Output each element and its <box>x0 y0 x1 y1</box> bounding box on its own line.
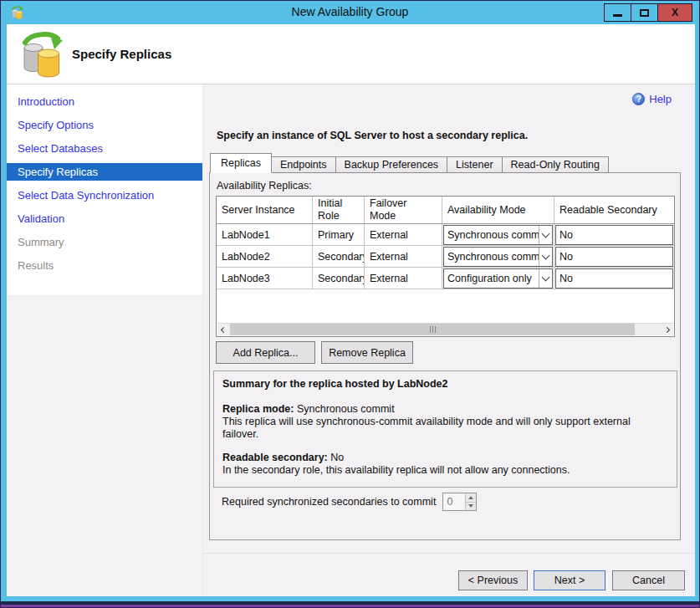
gripper-icon <box>429 326 437 333</box>
help-label: Help <box>649 93 672 105</box>
chevron-down-icon[interactable] <box>539 269 552 288</box>
scroll-right-button[interactable] <box>661 324 673 335</box>
grid-header-row: Server Instance Initial Role Failover Mo… <box>217 197 674 224</box>
cell-server-instance: LabNode3 <box>217 268 313 289</box>
wizard-steps-sidebar: Introduction Specify Options Select Data… <box>7 84 202 596</box>
replicas-tab-panel: Availability Replicas: Server Instance I… <box>209 172 681 540</box>
readable-secondary-select[interactable]: No <box>555 268 673 289</box>
spinner-value-input[interactable]: 0 <box>443 493 465 510</box>
instruction-text: Specify an instance of SQL Server to hos… <box>217 130 528 141</box>
wizard-header: Specify Replicas <box>7 24 695 84</box>
cancel-button[interactable]: Cancel <box>612 570 685 590</box>
cell-server-instance: LabNode2 <box>217 246 313 267</box>
sidebar-item-validation[interactable]: Validation <box>7 210 202 227</box>
page-title: Specify Replicas <box>72 47 171 61</box>
tabstrip: Replicas Endpoints Backup Preferences Li… <box>211 155 609 173</box>
cell-failover-mode: External <box>365 268 442 289</box>
titlebar: New Availability Group X <box>1 1 699 24</box>
cell-failover-mode: External <box>365 224 442 245</box>
new-availability-group-window: New Availability Group X Specify Replica… <box>0 0 700 608</box>
sidebar-item-introduction[interactable]: Introduction <box>7 93 202 110</box>
wizard-content: ? Help Specify an instance of SQL Server… <box>202 84 695 596</box>
column-header-server-instance: Server Instance <box>217 197 313 223</box>
readable-secondary-select[interactable]: No <box>555 225 673 245</box>
column-header-readable-secondary: Readable Secondary <box>554 197 674 223</box>
scrollbar-thumb[interactable] <box>230 324 635 335</box>
replicas-grid: Server Instance Initial Role Failover Mo… <box>216 196 675 337</box>
sidebar-item-select-databases[interactable]: Select Databases <box>7 140 202 157</box>
remove-replica-button[interactable]: Remove Replica <box>321 341 413 364</box>
wizard-steps-list: Introduction Specify Options Select Data… <box>7 84 202 295</box>
spinner-arrows <box>465 493 476 510</box>
spinner-up-icon <box>468 496 473 499</box>
cell-availability-mode: Synchronous commit <box>442 224 554 245</box>
tab-replicas[interactable]: Replicas <box>210 153 272 173</box>
tab-endpoints[interactable]: Endpoints <box>271 156 336 173</box>
commit-secondaries-row: Required synchronized secondaries to com… <box>222 493 477 511</box>
availability-mode-select[interactable]: Synchronous commit <box>443 247 553 267</box>
scroll-right-icon <box>664 326 670 332</box>
column-header-availability-mode: Availability Mode <box>442 197 554 223</box>
spinner-up-button[interactable] <box>466 493 476 503</box>
cell-readable-secondary: No <box>554 246 674 267</box>
maximize-icon <box>640 9 649 17</box>
scroll-left-icon <box>221 326 227 332</box>
minimize-icon <box>613 14 622 17</box>
replica-mode-line: Replica mode: Synchronous commit <box>222 403 668 416</box>
tab-listener[interactable]: Listener <box>447 156 502 173</box>
sidebar-item-select-data-synchronization[interactable]: Select Data Synchronization <box>7 186 202 204</box>
availability-mode-select[interactable]: Configuration only <box>443 268 553 289</box>
close-button[interactable]: X <box>657 3 692 22</box>
availability-replicas-label: Availability Replicas: <box>217 180 312 192</box>
minimize-button[interactable] <box>604 3 631 22</box>
cell-initial-role: Primary <box>313 224 365 245</box>
chevron-down-icon[interactable] <box>539 248 552 266</box>
maximize-button[interactable] <box>631 3 658 22</box>
scrollbar-track[interactable] <box>230 324 661 335</box>
window-controls: X <box>605 3 692 22</box>
tab-read-only-routing[interactable]: Read-Only Routing <box>502 156 609 173</box>
commit-secondaries-spinner: 0 <box>442 493 477 511</box>
sidebar-item-results: Results <box>7 257 202 274</box>
chevron-down-icon[interactable] <box>539 226 552 244</box>
replica-summary-panel: Summary for the replica hosted by LabNod… <box>213 370 677 488</box>
sidebar-item-specify-replicas[interactable]: Specify Replicas <box>7 163 202 181</box>
cell-server-instance: LabNode1 <box>217 224 313 245</box>
database-replica-icon <box>18 31 63 78</box>
sidebar-item-summary: Summary <box>7 233 202 251</box>
dialog-surface: Specify Replicas Introduction Specify Op… <box>7 24 695 596</box>
cell-readable-secondary: No <box>554 224 674 245</box>
window-title: New Availability Group <box>1 5 699 18</box>
replica-mode-description: This replica will use synchronous-commit… <box>222 416 668 441</box>
spinner-down-button[interactable] <box>466 503 476 511</box>
table-row-labnode1[interactable]: LabNode1 Primary External Synchronous co… <box>217 224 674 246</box>
table-row-labnode2[interactable]: LabNode2 Secondary External Synchronous … <box>217 246 674 268</box>
cell-initial-role: Secondary <box>313 246 365 267</box>
add-replica-button[interactable]: Add Replica... <box>216 341 315 364</box>
cell-readable-secondary: No <box>554 268 674 289</box>
cell-availability-mode: Configuration only <box>442 268 554 289</box>
summary-title: Summary for the replica hosted by LabNod… <box>222 378 668 390</box>
grid-horizontal-scrollbar <box>217 323 673 335</box>
footer-separator <box>203 553 695 554</box>
spinner-down-icon <box>468 504 473 508</box>
readable-secondary-select[interactable]: No <box>555 247 673 267</box>
previous-button[interactable]: < Previous <box>458 570 528 590</box>
scroll-left-button[interactable] <box>217 324 230 335</box>
column-header-initial-role: Initial Role <box>313 197 365 223</box>
tab-backup-preferences[interactable]: Backup Preferences <box>335 156 448 173</box>
cell-failover-mode: External <box>365 246 442 267</box>
readable-secondary-line: Readable secondary: No <box>222 452 668 464</box>
table-row-labnode3[interactable]: LabNode3 Secondary External Configuratio… <box>217 268 674 289</box>
window-border-bottom-purple <box>1 605 699 607</box>
help-link[interactable]: ? Help <box>632 93 672 105</box>
column-header-failover-mode: Failover Mode <box>365 197 442 223</box>
sidebar-item-specify-options[interactable]: Specify Options <box>7 116 202 134</box>
cell-availability-mode: Synchronous commit <box>442 246 554 267</box>
cell-initial-role: Secondary <box>313 268 365 289</box>
close-icon: X <box>672 8 678 18</box>
readable-secondary-description: In the secondary role, this availability… <box>222 464 668 477</box>
availability-mode-select[interactable]: Synchronous commit <box>443 225 553 245</box>
next-button[interactable]: Next > <box>534 570 605 590</box>
help-icon: ? <box>632 93 645 105</box>
